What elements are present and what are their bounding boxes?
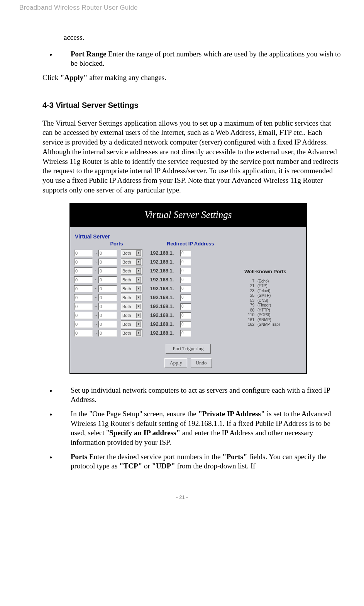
- port-to-input[interactable]: 0: [98, 267, 117, 274]
- ip-prefix: 192.168.1.: [150, 286, 181, 292]
- figure-title: Virtual Server Settings: [70, 204, 306, 230]
- ip-prefix: 192.168.1.: [150, 330, 181, 337]
- ip-last-input[interactable]: 0: [180, 294, 191, 301]
- tilde: ~: [95, 250, 97, 257]
- bullet-icon: ●: [42, 386, 71, 405]
- text: after making any changes.: [88, 73, 166, 82]
- tilde: ~: [95, 295, 97, 301]
- port-to-input[interactable]: 0: [98, 294, 117, 301]
- chevron-down-icon: ▼: [136, 250, 141, 256]
- well-known-ports-panel: Well-known Ports 7(Echo)21(FTP)23(Telnet…: [244, 269, 302, 327]
- protocol-select[interactable]: Both▼: [121, 249, 142, 257]
- port-to-input[interactable]: 0: [98, 285, 117, 292]
- well-known-port-row: 80(HTTP): [244, 308, 302, 313]
- port-to-input[interactable]: 0: [98, 321, 117, 328]
- apply-bold: "Apply": [60, 73, 88, 82]
- protocol-select[interactable]: Both▼: [121, 258, 142, 266]
- virtual-server-label: Virtual Server: [75, 233, 302, 240]
- tilde: ~: [95, 304, 97, 310]
- undo-button[interactable]: Undo: [191, 358, 212, 368]
- protocol-select[interactable]: Both▼: [121, 276, 142, 284]
- well-known-port-row: 23(Telnet): [244, 289, 302, 294]
- protocol-select[interactable]: Both▼: [121, 303, 142, 310]
- bullet-icon: ●: [42, 49, 71, 68]
- port-from-input[interactable]: 0: [74, 294, 93, 301]
- port-from-input[interactable]: 0: [74, 303, 93, 310]
- port-to-input[interactable]: 0: [98, 276, 117, 283]
- text: from the drop-down list. If: [175, 462, 256, 470]
- ip-last-input[interactable]: 0: [180, 268, 191, 274]
- vs-row: 0~0Both▼192.168.1.0: [74, 329, 302, 338]
- port-from-input[interactable]: 0: [74, 250, 93, 257]
- apply-button[interactable]: Apply: [164, 358, 187, 368]
- ip-last-input[interactable]: 0: [180, 277, 191, 283]
- tilde: ~: [95, 286, 97, 292]
- protocol-select[interactable]: Both▼: [121, 267, 142, 275]
- ip-last-input[interactable]: 0: [180, 250, 191, 257]
- text: Enter the desired service port numbers i…: [87, 453, 222, 461]
- port-triggering-button[interactable]: Port Triggering: [166, 344, 211, 354]
- ip-prefix: 192.168.1.: [150, 312, 181, 319]
- ip-last-input[interactable]: 0: [180, 286, 191, 292]
- ip-last-input[interactable]: 0: [180, 321, 191, 328]
- port-from-input[interactable]: 0: [74, 285, 93, 292]
- port-to-input[interactable]: 0: [98, 250, 117, 257]
- text: Click: [42, 73, 60, 82]
- well-known-port-row: 7(Echo): [244, 279, 302, 284]
- well-known-port-row: 162(SNMP Trap): [244, 322, 302, 327]
- private-ip-bold: "Private IP Address": [198, 410, 265, 418]
- well-known-title: Well-known Ports: [244, 269, 302, 275]
- well-known-port-row: 25(SMTP): [244, 293, 302, 298]
- ip-prefix: 192.168.1.: [150, 294, 181, 301]
- chevron-down-icon: ▼: [136, 304, 141, 309]
- port-to-input[interactable]: 0: [98, 303, 117, 310]
- tilde: ~: [95, 330, 97, 337]
- bullet-icon: ●: [42, 452, 71, 471]
- port-to-input[interactable]: 0: [98, 259, 117, 266]
- chevron-down-icon: ▼: [136, 259, 141, 265]
- port-from-input[interactable]: 0: [74, 276, 93, 283]
- chevron-down-icon: ▼: [136, 286, 141, 291]
- text: or: [142, 462, 152, 470]
- port-from-input[interactable]: 0: [74, 321, 93, 328]
- port-from-input[interactable]: 0: [74, 330, 93, 337]
- well-known-port-row: 53(DNS): [244, 298, 302, 303]
- port-from-input[interactable]: 0: [74, 259, 93, 266]
- protocol-select[interactable]: Both▼: [121, 329, 142, 337]
- ports-bold: Ports: [71, 453, 87, 461]
- udp-bold: "UDP": [152, 462, 175, 470]
- continuation-text: access.: [64, 33, 341, 43]
- click-apply-line: Click "Apply" after making any changes.: [42, 73, 341, 83]
- tilde: ~: [95, 268, 97, 274]
- ip-last-input[interactable]: 0: [180, 312, 191, 319]
- protocol-select[interactable]: Both▼: [121, 294, 142, 301]
- chevron-down-icon: ▼: [136, 268, 141, 274]
- chevron-down-icon: ▼: [136, 295, 141, 300]
- bullet-icon: ●: [42, 409, 71, 448]
- port-range-text: Enter the range of port numbers which ar…: [71, 50, 341, 68]
- ports-quoted-bold: "Ports": [222, 453, 247, 461]
- ip-last-input[interactable]: 0: [180, 303, 191, 310]
- port-to-input[interactable]: 0: [98, 312, 117, 319]
- port-range-label: Port Range: [71, 50, 106, 58]
- protocol-select[interactable]: Both▼: [121, 320, 142, 328]
- protocol-select[interactable]: Both▼: [121, 285, 142, 293]
- port-from-input[interactable]: 0: [74, 267, 93, 274]
- ip-prefix: 192.168.1.: [150, 268, 181, 274]
- ip-last-input[interactable]: 0: [180, 330, 191, 337]
- page-number: - 21 -: [19, 494, 345, 500]
- port-to-input[interactable]: 0: [98, 330, 117, 337]
- port-from-input[interactable]: 0: [74, 312, 93, 319]
- ip-prefix: 192.168.1.: [150, 259, 181, 266]
- well-known-port-row: 161(SNMP): [244, 318, 302, 323]
- tilde: ~: [95, 322, 97, 328]
- vs-row: 0~0Both▼192.168.1.0: [74, 258, 302, 267]
- vs-row: 0~0Both▼192.168.1.0: [74, 249, 302, 258]
- ip-last-input[interactable]: 0: [180, 259, 191, 266]
- chevron-down-icon: ▼: [136, 277, 141, 283]
- protocol-select[interactable]: Both▼: [121, 312, 142, 319]
- virtual-server-figure: Virtual Server Settings Virtual Server P…: [69, 203, 307, 374]
- well-known-port-row: 79(Finger): [244, 303, 302, 308]
- bullet-private-ip: In the "One Page Setup" screen, ensure t…: [71, 409, 341, 448]
- ip-prefix: 192.168.1.: [150, 303, 181, 310]
